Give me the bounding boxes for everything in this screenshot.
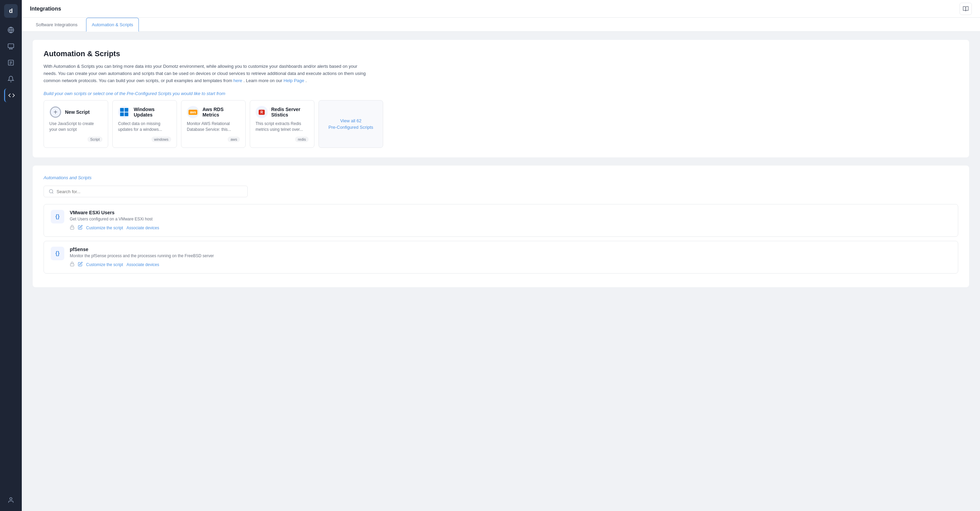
list-item: {} VMware ESXi Users Get Users configure… bbox=[43, 204, 958, 237]
new-script-name: New Script bbox=[65, 109, 89, 115]
new-script-desc: Use JavaScript to create your own script bbox=[49, 121, 102, 133]
script-cards-container: + New Script Use JavaScript to create yo… bbox=[43, 100, 958, 148]
plus-icon: + bbox=[50, 107, 61, 118]
new-script-tag: Script bbox=[88, 137, 102, 142]
sidebar-item-devices[interactable] bbox=[4, 40, 18, 53]
redis-tag: redis bbox=[295, 137, 309, 142]
search-bar[interactable] bbox=[43, 186, 248, 197]
automations-label: Automations and Scripts bbox=[43, 175, 958, 180]
pfsense-associate-link[interactable]: Associate devices bbox=[127, 262, 159, 267]
windows-grid-icon bbox=[120, 108, 128, 116]
topbar: Integrations bbox=[22, 0, 980, 18]
pencil-icon bbox=[78, 225, 83, 231]
card-header: aws Aws RDS Metrics bbox=[187, 106, 240, 118]
card-header: R Redis Server Stistics bbox=[256, 106, 309, 118]
search-icon bbox=[49, 189, 54, 194]
vmware-icon: {} bbox=[51, 210, 64, 224]
aws-icon: aws bbox=[189, 110, 197, 115]
pfsense-content: pfSense Monitor the pfSense process and … bbox=[70, 247, 951, 268]
svg-rect-2 bbox=[8, 44, 14, 48]
search-input[interactable] bbox=[56, 189, 243, 194]
new-script-card[interactable]: + New Script Use JavaScript to create yo… bbox=[43, 100, 108, 148]
redis-server-desc: This script extracts Redis metrics using… bbox=[256, 121, 309, 133]
sidebar-item-integrations[interactable] bbox=[4, 89, 18, 102]
tabs-bar: Software Integrations Automation & Scrip… bbox=[22, 18, 980, 32]
vmware-actions: Customize the script Associate devices bbox=[70, 225, 951, 231]
view-all-card[interactable]: View all 62 Pre-Configured Scripts bbox=[318, 100, 383, 148]
pfsense-customize-link[interactable]: Customize the script bbox=[86, 262, 123, 267]
lock-icon bbox=[70, 262, 75, 268]
windows-tag: windows bbox=[151, 137, 171, 142]
svg-line-12 bbox=[52, 192, 53, 193]
svg-point-10 bbox=[10, 498, 12, 500]
svg-point-11 bbox=[49, 190, 53, 193]
aws-icon-container: aws bbox=[187, 106, 199, 118]
tab-automation-scripts[interactable]: Automation & Scripts bbox=[86, 18, 139, 32]
description-card: Automation & Scripts With Automation & S… bbox=[33, 40, 969, 157]
sidebar-item-network[interactable] bbox=[4, 23, 18, 37]
pfsense-name: pfSense bbox=[70, 247, 951, 252]
vmware-content: VMware ESXi Users Get Users configured o… bbox=[70, 210, 951, 231]
section-title: Automation & Scripts bbox=[43, 50, 958, 58]
redis-server-name: Redis Server Stistics bbox=[271, 107, 309, 118]
aws-tag: aws bbox=[228, 137, 240, 142]
main-content: Integrations Software Integrations Autom… bbox=[22, 0, 980, 511]
redis-icon-container: R bbox=[256, 106, 268, 118]
list-item: {} pfSense Monitor the pfSense process a… bbox=[43, 241, 958, 273]
pfsense-desc: Monitor the pfSense process and the proc… bbox=[70, 254, 951, 258]
vmware-customize-link[interactable]: Customize the script bbox=[86, 225, 123, 230]
aws-rds-desc: Monitor AWS Relational Database Service:… bbox=[187, 121, 240, 133]
view-all-sub: Pre-Configured Scripts bbox=[328, 125, 373, 130]
pfsense-actions: Customize the script Associate devices bbox=[70, 262, 951, 268]
automations-section: Automations and Scripts {} VMware ESXi U… bbox=[33, 166, 969, 287]
windows-updates-card[interactable]: Windows Updates Collect data on missing … bbox=[112, 100, 177, 148]
tab-software-integrations[interactable]: Software Integrations bbox=[30, 18, 83, 32]
svg-rect-14 bbox=[70, 264, 74, 266]
vmware-name: VMware ESXi Users bbox=[70, 210, 951, 215]
help-page-link[interactable]: Help Page bbox=[283, 78, 304, 83]
book-icon[interactable] bbox=[959, 3, 972, 15]
pfsense-icon: {} bbox=[51, 247, 64, 260]
vmware-desc: Get Users configured on a VMware ESXi ho… bbox=[70, 217, 951, 222]
topbar-actions bbox=[959, 3, 972, 15]
sidebar-item-reports[interactable] bbox=[4, 56, 18, 70]
windows-updates-desc: Collect data on missing updates for a wi… bbox=[118, 121, 171, 133]
preconfigured-label: Build your own scripts or select one of … bbox=[43, 91, 958, 96]
vmware-associate-link[interactable]: Associate devices bbox=[127, 225, 159, 230]
new-script-icon: + bbox=[49, 106, 62, 118]
page-title: Integrations bbox=[30, 6, 61, 12]
redis-icon: R bbox=[259, 110, 264, 115]
here-link[interactable]: here bbox=[234, 78, 242, 83]
view-all-count: View all 62 bbox=[340, 118, 362, 123]
redis-server-card[interactable]: R Redis Server Stistics This script extr… bbox=[250, 100, 314, 148]
card-header: + New Script bbox=[49, 106, 102, 118]
content-area: Automation & Scripts With Automation & S… bbox=[22, 32, 980, 511]
sidebar-item-account[interactable] bbox=[4, 493, 18, 507]
section-description: With Automation & Scripts you can bring … bbox=[43, 63, 370, 84]
aws-rds-card[interactable]: aws Aws RDS Metrics Monitor AWS Relation… bbox=[181, 100, 246, 148]
windows-updates-name: Windows Updates bbox=[134, 107, 171, 118]
svg-rect-13 bbox=[70, 227, 74, 229]
sidebar-logo[interactable]: d bbox=[4, 4, 18, 18]
pencil-icon bbox=[78, 262, 83, 268]
aws-rds-name: Aws RDS Metrics bbox=[202, 107, 240, 118]
windows-icon bbox=[118, 106, 130, 118]
card-header: Windows Updates bbox=[118, 106, 171, 118]
sidebar-item-alerts[interactable] bbox=[4, 72, 18, 86]
lock-icon bbox=[70, 225, 75, 231]
sidebar: d bbox=[0, 0, 22, 511]
